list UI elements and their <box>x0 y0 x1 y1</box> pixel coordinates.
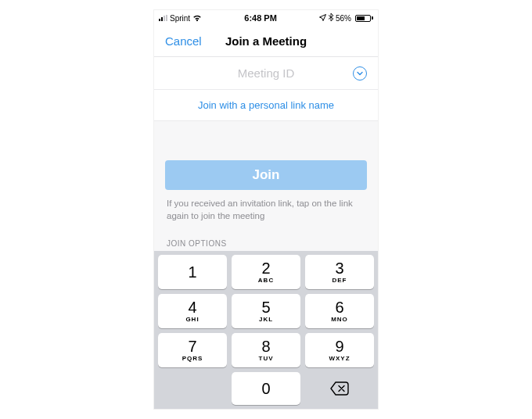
meeting-id-placeholder: Meeting ID <box>238 66 295 80</box>
chevron-down-icon <box>356 70 364 77</box>
spacer <box>154 121 378 160</box>
key-2[interactable]: 2 ABC <box>232 255 300 289</box>
join-section: Join If you received an invitation link,… <box>154 160 378 222</box>
status-right: 56% <box>319 13 373 23</box>
join-options-header: JOIN OPTIONS <box>154 239 378 248</box>
personal-link-button[interactable]: Join with a personal link name <box>154 90 378 121</box>
carrier-label: Sprint <box>170 14 190 23</box>
meeting-id-field[interactable]: Meeting ID <box>154 57 378 90</box>
battery-pct: 56% <box>336 14 351 23</box>
key-empty <box>158 372 227 405</box>
wifi-icon <box>192 15 202 22</box>
phone-screen: Sprint 6:48 PM 56% Cancel Join a Meeting… <box>153 9 379 410</box>
join-hint-text: If you received an invitation link, tap … <box>165 198 367 222</box>
key-6[interactable]: 6 MNO <box>305 294 374 328</box>
key-4[interactable]: 4 GHI <box>158 294 227 328</box>
key-1[interactable]: 1 <box>158 255 227 289</box>
signal-icon <box>159 15 167 21</box>
key-8[interactable]: 8 TUV <box>232 333 300 367</box>
backspace-icon <box>329 381 350 396</box>
nav-bar: Cancel Join a Meeting <box>154 26 378 57</box>
numeric-keypad: 1 2 ABC 3 DEF 4 GHI 5 JKL 6 MNO <box>154 251 378 409</box>
status-left: Sprint <box>159 14 202 23</box>
clock: 6:48 PM <box>244 13 277 23</box>
location-icon <box>319 14 326 23</box>
status-bar: Sprint 6:48 PM 56% <box>154 10 378 26</box>
key-9[interactable]: 9 WXYZ <box>305 333 374 367</box>
history-dropdown-button[interactable] <box>353 66 367 81</box>
key-3[interactable]: 3 DEF <box>305 255 374 289</box>
key-7[interactable]: 7 PQRS <box>158 333 227 367</box>
battery-icon <box>354 15 373 22</box>
join-button[interactable]: Join <box>165 160 367 190</box>
personal-link-label: Join with a personal link name <box>198 99 334 111</box>
page-title: Join a Meeting <box>225 34 307 48</box>
join-button-label: Join <box>253 167 280 183</box>
backspace-key[interactable] <box>305 372 374 405</box>
cancel-button[interactable]: Cancel <box>165 34 202 48</box>
key-0[interactable]: 0 <box>232 372 300 405</box>
key-5[interactable]: 5 JKL <box>232 294 300 328</box>
bluetooth-icon <box>329 13 333 23</box>
